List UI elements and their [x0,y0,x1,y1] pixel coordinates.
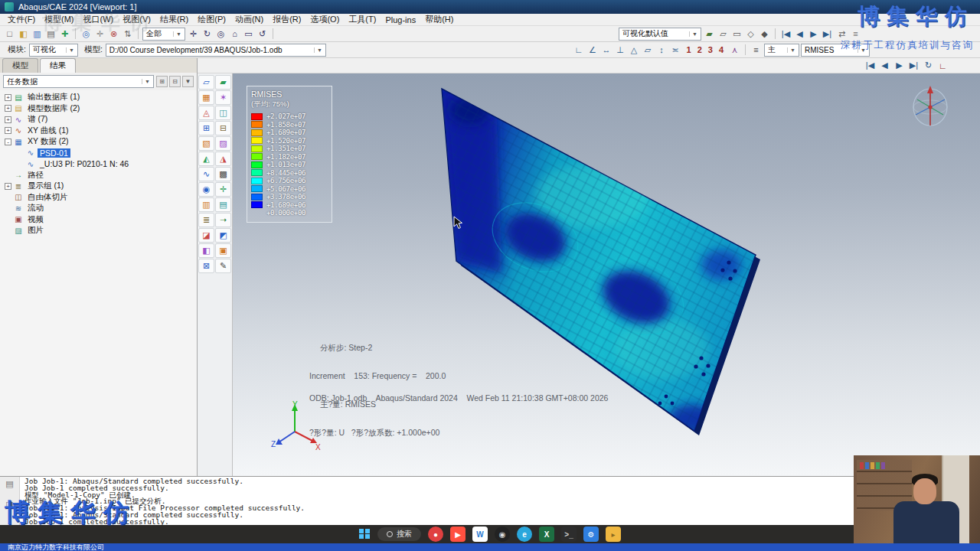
animation-options-icon[interactable]: ▩ [215,167,231,181]
field-output-icon[interactable]: ⊠ [198,259,214,273]
tree-expander[interactable]: + [5,116,11,123]
display-filter-combo[interactable]: 全部 ▼ [142,28,185,41]
tree-filter-button[interactable]: ▼ [182,76,194,87]
expand-all-button[interactable]: ⊞ [156,76,168,87]
tree-item[interactable]: ▣视频 [0,214,197,226]
tree-item[interactable]: +▤输出数据库 (1) [0,92,197,103]
frame-number[interactable]: 1 [684,45,694,54]
menu-item[interactable]: 动画(N) [230,13,268,26]
color-code-icon[interactable]: ▣ [215,243,231,258]
person-posture-icon[interactable]: ⋏ [728,44,741,57]
viewport-annotations-icon[interactable]: ≡ [849,28,862,41]
wps-app-icon[interactable]: W [472,527,488,542]
tree-expander[interactable]: + [5,105,11,112]
plot-symbols-icon[interactable]: ✶ [215,90,231,105]
anim-loop-icon[interactable]: ↻ [922,59,935,72]
terminal-app-icon[interactable]: >_ [561,527,577,542]
menu-item[interactable]: 视口(W) [79,13,119,26]
plot-deformed-icon[interactable]: ▰ [215,75,231,90]
primary-variable-combo[interactable]: 主 ▼ [764,44,799,57]
tree-item[interactable]: +≣显示组 (1) [0,181,197,192]
tag-icon[interactable]: ≍ [669,44,682,57]
menu-item[interactable]: 报告(R) [268,13,305,26]
animate-harmonic-icon[interactable]: ∿ [198,167,214,181]
save-icon[interactable]: ▥ [31,28,44,41]
superimpose-options-icon[interactable]: ⊟ [215,121,231,135]
tree-item[interactable]: ∿_U:U3 PI: P0210-1 N: 46 [0,158,197,170]
tree-item[interactable]: +∿XY 曲线 (1) [0,126,197,137]
path-tool-icon[interactable]: ➝ [215,213,231,227]
tree-item-label[interactable]: 模型数据库 (2) [25,103,82,114]
annotate-line-icon[interactable]: △ [628,44,641,57]
windows-start-button[interactable] [359,529,371,540]
probe-icon[interactable]: ↕ [655,44,668,57]
excel-app-icon[interactable]: X [539,527,554,542]
display-group-tool-icon[interactable]: ◧ [198,243,214,258]
common-options-icon[interactable]: ⊞ [198,121,214,135]
plot-contours-icon[interactable]: ▦ [198,90,214,105]
odb-combo[interactable]: D:/00 Course Development/39 ABAQUS/Job-1… [106,44,326,57]
last-frame-icon[interactable]: ▶| [821,28,834,41]
record-app-icon[interactable]: ◉ [495,527,510,542]
measure-distance-icon[interactable]: ∟ [573,44,586,57]
capcut-app-icon[interactable]: ▶ [450,527,466,542]
frame-number[interactable]: 4 [716,45,727,54]
module-combo[interactable]: 可视化 ▼ [29,44,78,57]
menu-item[interactable]: 视图(V) [118,13,155,26]
field-variable-combo[interactable]: RMISES ▼ [801,44,870,57]
tree-filter-combo[interactable]: 任务数据 ▼ [3,75,154,88]
taskbar-search[interactable]: 搜索 [377,527,421,541]
collapse-all-button[interactable]: ⊟ [169,76,181,87]
tree-item-label[interactable]: PSD-01 [38,148,70,158]
allow-multiple-plots-icon[interactable]: ◫ [215,106,231,120]
animate-time-history-icon[interactable]: ◮ [215,152,231,166]
view-compass[interactable] [905,81,956,135]
viz-defaults-combo[interactable]: 可视化默认值 ▼ [619,28,701,41]
manager-icon[interactable]: ✚ [58,28,71,41]
tree-item-label[interactable]: XY 曲线 (1) [25,126,70,136]
frame-number[interactable]: 3 [705,45,716,54]
tree-item-label[interactable]: _U:U3 PI: P0210-1 N: 46 [38,159,131,168]
tree-item-label[interactable]: 显示组 (1) [25,181,66,191]
menu-item[interactable]: 绘图(P) [193,13,230,26]
animate-scale-factor-icon[interactable]: ◭ [198,152,214,166]
result-options-icon[interactable]: ✎ [215,259,231,273]
cycle-views-icon[interactable]: ↺ [256,28,269,41]
tab-模型[interactable]: 模型 [2,58,38,73]
menu-item[interactable]: 模型(M) [40,13,79,26]
media-app-icon[interactable]: ● [428,527,443,542]
tree-item-label[interactable]: 路径 [25,170,46,181]
tools-icon[interactable]: ✛ [93,28,106,41]
measure-angle-icon[interactable]: ∠ [586,44,599,57]
perspective-icon[interactable]: ◇ [744,28,757,41]
settings-app-icon[interactable]: ⚙ [583,527,599,542]
tree-item-label[interactable]: 视频 [25,214,46,225]
anim-last-icon[interactable]: ▶| [907,59,920,72]
frame-number[interactable]: 2 [694,45,705,54]
triad-toggle-icon[interactable]: ∟ [936,59,949,72]
free-body-cut-icon[interactable]: ◩ [215,228,231,243]
menu-item[interactable]: 工具(T) [344,13,381,26]
tree-expander[interactable]: + [5,183,11,190]
edge-browser-icon[interactable]: e [517,527,532,542]
menu-item[interactable]: 文件(F) [3,13,40,26]
tree-item-label[interactable]: 自由体切片 [25,192,70,203]
menu-item[interactable]: Plug-ins [381,15,420,25]
tree-item-label[interactable]: 流动 [25,203,46,214]
tree-expander[interactable]: + [5,94,11,101]
fit-view-icon[interactable]: ⌂ [228,28,241,41]
tree-expander[interactable]: + [5,127,11,134]
tree-item[interactable]: +∿谱 (7) [0,114,197,126]
pan-view-icon[interactable]: ✛ [187,28,200,41]
operate-on-xy-icon[interactable]: ≣ [198,213,214,227]
command-line-icon[interactable]: ◨ [5,500,13,510]
plot-material-orientation-icon[interactable]: ◬ [198,106,214,120]
anim-prev-icon[interactable]: ◀ [878,59,891,72]
contour-options-icon[interactable]: ▧ [198,136,214,151]
menu-item[interactable]: 选项(O) [305,13,344,26]
annotate-box-icon[interactable]: ▱ [642,44,655,57]
symbol-options-icon[interactable]: ▨ [215,136,231,151]
render-shaded-icon[interactable]: ▰ [703,28,716,41]
render-wireframe-icon[interactable]: ▭ [730,28,743,41]
menu-item[interactable]: 帮助(H) [420,13,458,26]
